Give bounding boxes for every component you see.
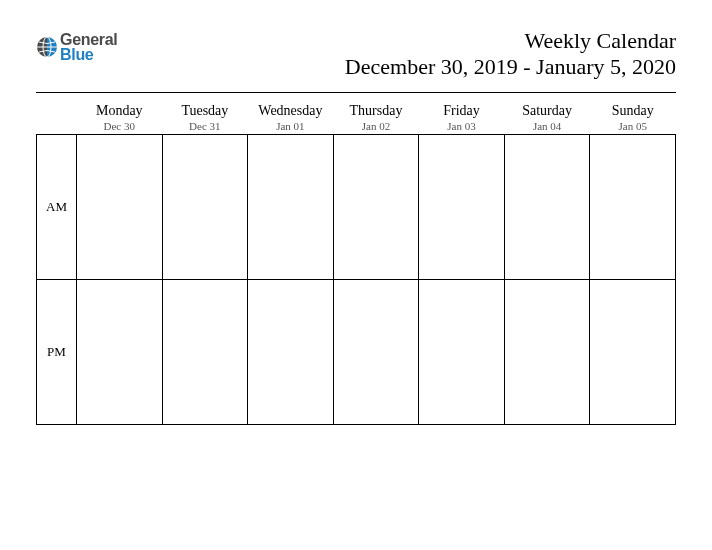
day-date: Jan 02 [333, 120, 419, 132]
cell-pm-wed [248, 280, 334, 425]
cell-am-sun [590, 135, 676, 280]
day-of-week: Wednesday [248, 103, 334, 119]
cell-pm-sun [590, 280, 676, 425]
cell-pm-sat [504, 280, 590, 425]
cell-am-fri [419, 135, 505, 280]
pm-row: PM [37, 280, 676, 425]
day-date: Jan 03 [419, 120, 505, 132]
day-of-week: Tuesday [162, 103, 248, 119]
day-header: Monday Dec 30 [77, 99, 163, 135]
day-header: Thursday Jan 02 [333, 99, 419, 135]
day-date: Jan 04 [504, 120, 590, 132]
cell-pm-fri [419, 280, 505, 425]
row-label-pm: PM [37, 280, 77, 425]
cell-am-wed [248, 135, 334, 280]
brand-name: General Blue [60, 32, 118, 62]
day-header-row: Monday Dec 30 Tuesday Dec 31 Wednesday J… [37, 99, 676, 135]
header-spacer [37, 99, 77, 135]
day-header: Saturday Jan 04 [504, 99, 590, 135]
day-date: Dec 31 [162, 120, 248, 132]
weekly-calendar-table: Monday Dec 30 Tuesday Dec 31 Wednesday J… [36, 99, 676, 425]
cell-pm-thu [333, 280, 419, 425]
day-date: Jan 01 [248, 120, 334, 132]
day-header: Friday Jan 03 [419, 99, 505, 135]
cell-am-tue [162, 135, 248, 280]
day-header: Sunday Jan 05 [590, 99, 676, 135]
brand-logo: General Blue [36, 32, 118, 62]
cell-pm-tue [162, 280, 248, 425]
row-label-am: AM [37, 135, 77, 280]
brand-word-2: Blue [60, 46, 93, 63]
day-header: Wednesday Jan 01 [248, 99, 334, 135]
am-row: AM [37, 135, 676, 280]
day-date: Dec 30 [77, 120, 163, 132]
date-range: December 30, 2019 - January 5, 2020 [345, 54, 676, 80]
day-date: Jan 05 [590, 120, 676, 132]
calendar-container: Monday Dec 30 Tuesday Dec 31 Wednesday J… [36, 99, 676, 425]
cell-am-thu [333, 135, 419, 280]
page-title: Weekly Calendar [345, 28, 676, 54]
day-of-week: Friday [419, 103, 505, 119]
header-titles: Weekly Calendar December 30, 2019 - Janu… [345, 28, 676, 80]
day-of-week: Monday [77, 103, 163, 119]
header-rule [36, 92, 676, 93]
day-of-week: Thursday [333, 103, 419, 119]
day-of-week: Saturday [504, 103, 590, 119]
header-row: General Blue Weekly Calendar December 30… [36, 28, 676, 80]
cell-am-sat [504, 135, 590, 280]
globe-icon [36, 36, 58, 58]
day-of-week: Sunday [590, 103, 676, 119]
cell-pm-mon [77, 280, 163, 425]
cell-am-mon [77, 135, 163, 280]
day-header: Tuesday Dec 31 [162, 99, 248, 135]
page: General Blue Weekly Calendar December 30… [0, 0, 712, 550]
